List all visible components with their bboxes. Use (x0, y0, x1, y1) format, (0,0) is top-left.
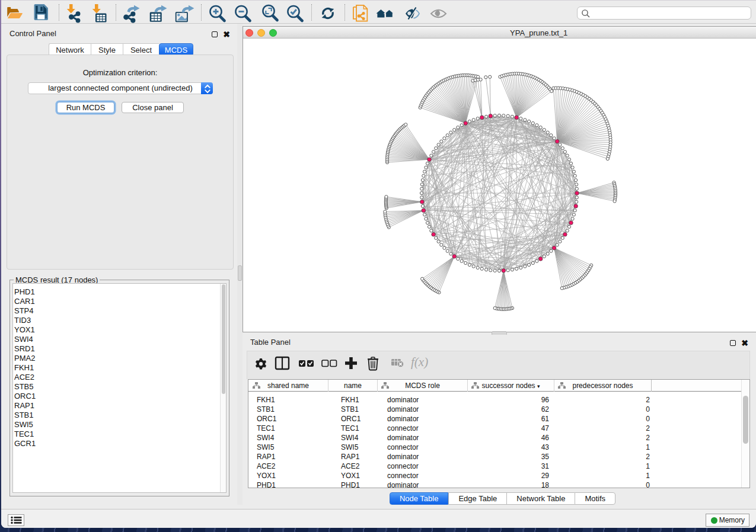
svg-text:f(x): f(x) (411, 355, 428, 369)
